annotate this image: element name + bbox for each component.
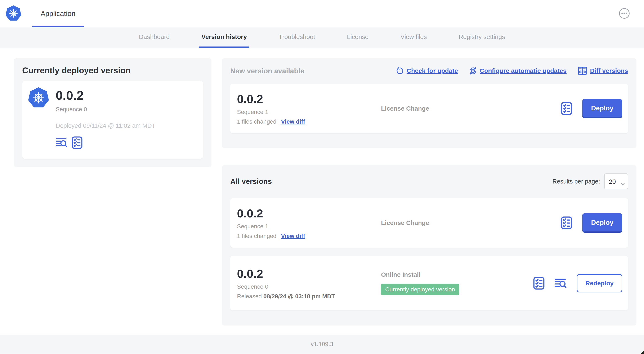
app-tab-label: Application [40,10,75,18]
main-content: Currently deployed version 0.0.2 [0,48,644,335]
diff-versions-label: Diff versions [590,67,628,74]
ellipsis-icon [619,8,630,19]
right-column: New version available Check for update [222,58,636,325]
tab-troubleshoot[interactable]: Troubleshoot [276,27,318,48]
preflight-checks-button[interactable] [533,277,544,290]
view-diff-link[interactable]: View diff [281,233,305,239]
check-for-update-label: Check for update [406,67,458,74]
tab-view-files[interactable]: View files [398,27,430,48]
version-row: 0.0.2 Sequence 0 Released 08/29/24 @ 03:… [230,256,628,310]
all-versions-title: All versions [230,177,272,186]
checklist-icon [561,102,572,115]
preflight-checks-button[interactable] [72,136,82,149]
app-header: Application [0,0,644,27]
section-nav: Dashboard Version history Troubleshoot L… [0,27,644,48]
configure-automatic-updates-label: Configure automatic updates [480,67,566,74]
preflight-checks-button[interactable] [561,102,572,115]
configure-automatic-updates-link[interactable]: Configure automatic updates [469,67,566,75]
version-number: 0.0.2 [237,207,381,220]
logs-icon [56,138,68,148]
new-version-card: 0.0.2 Sequence 1 1 files changed View di… [230,84,628,133]
tab-version-history[interactable]: Version history [199,27,249,48]
version-source: License Change [381,105,496,112]
checklist-icon [561,216,572,229]
kubernetes-logo-icon [0,0,21,27]
kubernetes-app-icon [28,87,49,149]
deploy-button[interactable]: Deploy [582,99,622,118]
preflight-checks-button[interactable] [561,216,572,229]
deploy-button[interactable]: Deploy [582,213,622,233]
currently-deployed-panel: Currently deployed version 0.0.2 [14,58,212,167]
tab-license[interactable]: License [344,27,371,48]
redeploy-button[interactable]: Redeploy [577,274,622,292]
version-sequence: Sequence 1 [237,223,381,230]
diff-icon [578,67,587,75]
view-diff-link[interactable]: View diff [281,118,305,125]
schedule-update-icon [469,67,477,75]
checklist-icon [72,136,82,149]
version-sequence: Sequence 1 [237,109,381,115]
app-tab[interactable]: Application [32,0,84,27]
currently-deployed-badge: Currently deployed version [381,284,459,295]
version-number: 0.0.2 [237,267,381,280]
tab-registry-settings[interactable]: Registry settings [456,27,508,48]
current-version-number: 0.0.2 [56,88,156,103]
footer: v1.109.3 [0,335,644,353]
view-logs-button[interactable] [56,138,68,148]
currently-deployed-title: Currently deployed version [22,66,203,75]
current-version-deployed-timestamp: Deployed 09/11/24 @ 11:02 am MDT [56,122,156,129]
version-number: 0.0.2 [237,92,381,106]
files-changed-label: 1 files changed [237,233,276,239]
files-changed-label: 1 files changed [237,118,276,125]
all-versions-panel: All versions Results per page: 20 [222,165,636,325]
ellipsis-menu-button[interactable] [619,8,630,19]
checklist-icon [533,277,544,290]
logs-icon [554,278,567,288]
view-logs-button[interactable] [554,278,567,288]
new-version-panel: New version available Check for update [222,58,636,148]
tab-dashboard[interactable]: Dashboard [136,27,172,48]
version-sequence: Sequence 0 [237,283,381,290]
current-version-sequence: Sequence 0 [56,106,156,113]
app-manager-version: v1.109.3 [311,341,333,347]
diff-versions-link[interactable]: Diff versions [578,67,628,75]
results-per-page-select[interactable]: 20 [604,173,628,189]
version-released-timestamp: Released 08/29/24 @ 03:18 pm MDT [237,293,381,300]
check-for-update-link[interactable]: Check for update [396,67,458,75]
results-per-page-label: Results per page: [552,178,600,185]
version-source: License Change [381,219,496,226]
refresh-icon [396,67,404,75]
new-version-title: New version available [230,67,304,75]
version-source: Online Install [381,271,496,278]
version-row: 0.0.2 Sequence 1 1 files changed View di… [230,198,628,248]
currently-deployed-card: 0.0.2 Sequence 0 Deployed 09/11/24 @ 11:… [22,81,203,159]
screen-corner-artifact [641,351,644,353]
